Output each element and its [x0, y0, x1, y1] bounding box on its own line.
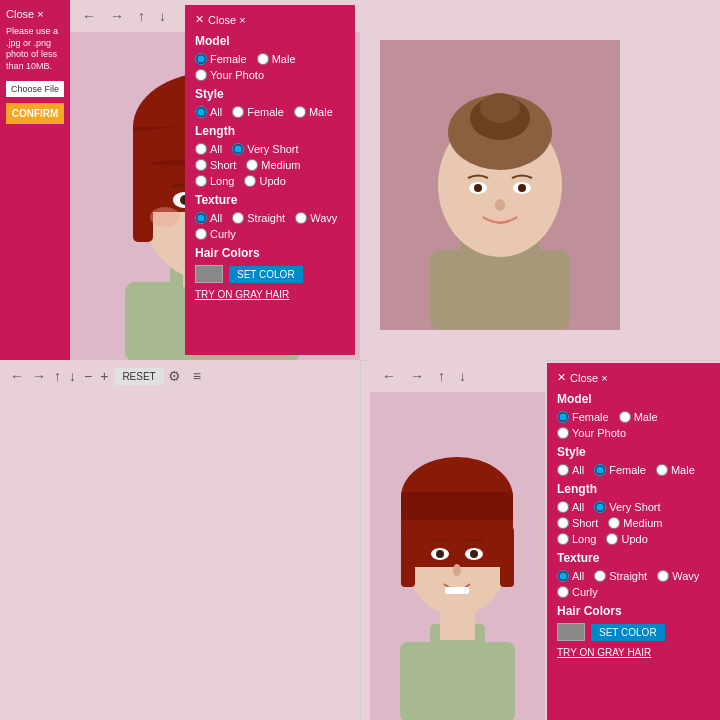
style-male-option[interactable]: Male [294, 106, 333, 118]
nav-up-button[interactable]: ↑ [134, 6, 149, 26]
br-hair-colors-title: Hair Colors [557, 604, 710, 618]
br-model-female-option[interactable]: Female [557, 411, 609, 423]
br-try-gray-hair-button[interactable]: TRY ON GRAY HAIR [557, 647, 651, 658]
br-style-radio-group: All Female Male [557, 464, 710, 476]
texture-radio-group: All Straight Wavy Curly [195, 212, 345, 240]
br-close-icon: ✕ [557, 371, 566, 384]
confirm-button[interactable]: CONFIRM [6, 103, 64, 124]
hamburger-menu-button[interactable]: ≡ [193, 368, 201, 384]
style-female-option[interactable]: Female [232, 106, 284, 118]
bl-zoom-out-button[interactable]: − [82, 366, 94, 386]
svg-rect-76 [500, 527, 514, 587]
br-model-title: Model [557, 392, 710, 406]
br-length-all-option[interactable]: All [557, 501, 584, 513]
br-style-female-option[interactable]: Female [594, 464, 646, 476]
br-color-swatch-row: SET COLOR [557, 623, 710, 641]
br-model-your-photo-option[interactable]: Your Photo [557, 427, 626, 439]
nav-left-button[interactable]: ← [78, 6, 100, 26]
main-photo [380, 40, 620, 330]
bottom-right-hair-image [370, 392, 545, 720]
svg-point-22 [474, 184, 482, 192]
br-close-button[interactable]: ✕ Close × [557, 371, 710, 384]
br-style-male-option[interactable]: Male [656, 464, 695, 476]
svg-rect-68 [400, 642, 515, 720]
model-section-title: Model [195, 34, 345, 48]
texture-section-title: Texture [195, 193, 345, 207]
bottom-left-toolbar: ← → ↑ ↓ − + RESET ⚙ ≡ [0, 360, 360, 392]
br-style-title: Style [557, 445, 710, 459]
svg-point-65 [150, 207, 180, 227]
svg-rect-57 [133, 162, 153, 242]
texture-curly-option[interactable]: Curly [195, 228, 236, 240]
br-length-updo-option[interactable]: Updo [606, 533, 647, 545]
length-short-option[interactable]: Short [195, 159, 236, 171]
br-length-radio-group: All Very Short Short Medium Long Updo [557, 501, 710, 545]
bottom-right-settings-panel: ✕ Close × Model Female Male Your Photo S… [547, 363, 720, 720]
try-gray-hair-button[interactable]: TRY ON GRAY HAIR [195, 289, 289, 300]
model-male-option[interactable]: Male [257, 53, 296, 65]
br-texture-straight-option[interactable]: Straight [594, 570, 647, 582]
color-swatch[interactable] [195, 265, 223, 283]
gear-icon[interactable]: ⚙ [168, 368, 181, 384]
bottom-right-nav-bar: ← → ↑ ↓ [370, 360, 545, 392]
br-texture-all-option[interactable]: All [557, 570, 584, 582]
length-updo-option[interactable]: Updo [244, 175, 285, 187]
br-model-male-option[interactable]: Male [619, 411, 658, 423]
top-left-settings-panel: ✕ Close × Model Female Male Your Photo S… [185, 5, 355, 355]
upload-close-button[interactable]: Close × [6, 8, 64, 20]
texture-all-option[interactable]: All [195, 212, 222, 224]
upload-instructions: Please use a .jpg or .png photo of less … [6, 26, 64, 73]
style-section-title: Style [195, 87, 345, 101]
svg-rect-82 [445, 587, 469, 594]
br-length-vshort-option[interactable]: Very Short [594, 501, 660, 513]
br-texture-title: Texture [557, 551, 710, 565]
nav-right-button[interactable]: → [106, 6, 128, 26]
bl-nav-up-button[interactable]: ↑ [52, 366, 63, 386]
style-radio-group: All Female Male [195, 106, 345, 118]
br-texture-radio-group: All Straight Wavy Curly [557, 570, 710, 598]
style-all-option[interactable]: All [195, 106, 222, 118]
length-vshort-option[interactable]: Very Short [232, 143, 298, 155]
nav-down-button[interactable]: ↓ [155, 6, 170, 26]
br-nav-up-button[interactable]: ↑ [434, 366, 449, 386]
bl-nav-left-button[interactable]: ← [8, 366, 26, 386]
hair-colors-title: Hair Colors [195, 246, 345, 260]
br-style-all-option[interactable]: All [557, 464, 584, 476]
texture-wavy-option[interactable]: Wavy [295, 212, 337, 224]
br-color-swatch[interactable] [557, 623, 585, 641]
br-set-color-button[interactable]: SET COLOR [591, 624, 665, 641]
br-nav-down-button[interactable]: ↓ [455, 366, 470, 386]
texture-straight-option[interactable]: Straight [232, 212, 285, 224]
br-length-short-option[interactable]: Short [557, 517, 598, 529]
model-your-photo-option[interactable]: Your Photo [195, 69, 264, 81]
svg-point-80 [470, 550, 478, 558]
length-long-option[interactable]: Long [195, 175, 234, 187]
model-radio-group: Female Male Your Photo [195, 53, 345, 81]
bl-zoom-in-button[interactable]: + [98, 366, 110, 386]
length-medium-option[interactable]: Medium [246, 159, 300, 171]
length-radio-group: All Very Short Short Medium Long Updo [195, 143, 345, 187]
color-swatch-row: SET COLOR [195, 265, 345, 283]
close-icon: ✕ [195, 13, 204, 26]
br-texture-curly-option[interactable]: Curly [557, 586, 598, 598]
upload-panel: Close × Please use a .jpg or .png photo … [0, 0, 70, 360]
svg-point-81 [453, 564, 461, 576]
reset-button[interactable]: RESET [114, 368, 163, 385]
length-all-option[interactable]: All [195, 143, 222, 155]
br-nav-left-button[interactable]: ← [378, 366, 400, 386]
length-section-title: Length [195, 124, 345, 138]
bl-nav-right-button[interactable]: → [30, 366, 48, 386]
br-texture-wavy-option[interactable]: Wavy [657, 570, 699, 582]
br-nav-right-button[interactable]: → [406, 366, 428, 386]
bl-nav-down-button[interactable]: ↓ [67, 366, 78, 386]
svg-rect-75 [401, 527, 415, 587]
top-left-close-button[interactable]: ✕ Close × [195, 13, 345, 26]
model-female-option[interactable]: Female [195, 53, 247, 65]
svg-point-19 [480, 93, 520, 123]
svg-rect-74 [401, 492, 513, 520]
set-color-button[interactable]: SET COLOR [229, 266, 303, 283]
choose-file-button[interactable]: Choose File [6, 81, 64, 97]
br-length-long-option[interactable]: Long [557, 533, 596, 545]
br-length-medium-option[interactable]: Medium [608, 517, 662, 529]
svg-point-79 [436, 550, 444, 558]
